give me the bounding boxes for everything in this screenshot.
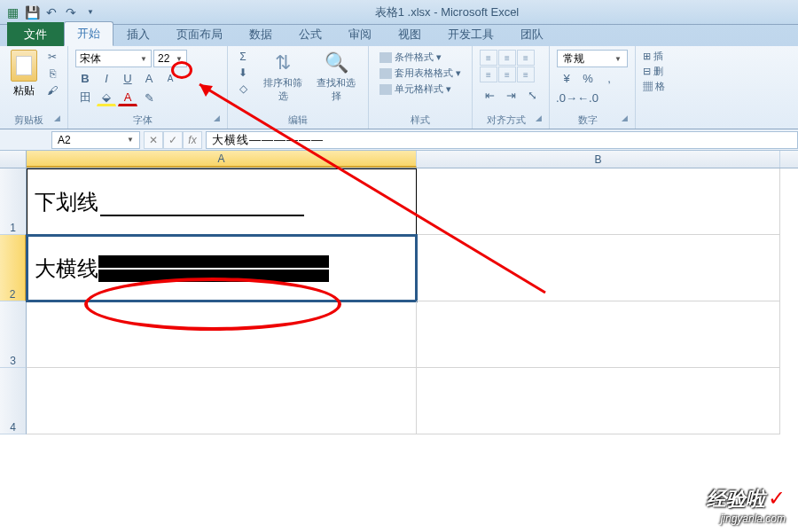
cell-styles-button[interactable]: 单元格样式 ▾ xyxy=(376,82,465,97)
fx-icon[interactable]: fx xyxy=(183,131,202,149)
table-format-button[interactable]: 套用表格格式 ▾ xyxy=(376,66,465,81)
align-top-left[interactable]: ≡ xyxy=(480,50,497,66)
tab-developer[interactable]: 开发工具 xyxy=(434,22,507,46)
percent-button[interactable]: % xyxy=(578,69,598,87)
conditional-format-button[interactable]: 条件格式 ▾ xyxy=(376,50,465,65)
autosum-icon[interactable]: Σ xyxy=(235,50,251,64)
qat-dropdown-icon[interactable]: ▼ xyxy=(82,4,99,21)
bold-button[interactable]: B xyxy=(75,69,95,87)
clear-icon[interactable]: ◇ xyxy=(235,82,251,96)
alignment-launcher-icon[interactable]: ◢ xyxy=(536,113,542,122)
alignment-label: 对齐方式 xyxy=(487,114,526,125)
format-painter-icon[interactable]: 🖌 xyxy=(44,83,60,98)
formula-input[interactable]: 大横线—————— xyxy=(206,131,798,149)
cut-icon[interactable]: ✂ xyxy=(44,50,60,64)
align-bottom-left[interactable]: ≡ xyxy=(480,66,497,82)
cell-A2[interactable]: 大横线 xyxy=(27,235,417,301)
group-number: 常规 ▼ ¥ % , .0→ ←.0 数字◢ xyxy=(550,46,636,129)
fill-icon[interactable]: ⬇ xyxy=(235,66,251,80)
font-launcher-icon[interactable]: ◢ xyxy=(214,113,220,122)
align-top-right[interactable]: ≡ xyxy=(517,50,535,66)
cell-B3[interactable] xyxy=(417,301,780,368)
format-cells-button[interactable]: ▦ 格 xyxy=(643,80,665,93)
cell-A2-text: 大横线 xyxy=(35,254,98,283)
name-box-value: A2 xyxy=(58,134,71,146)
copy-icon[interactable]: ⎘ xyxy=(44,66,60,81)
find-icon: 🔍 xyxy=(325,51,348,74)
cancel-formula-icon[interactable]: ✕ xyxy=(144,131,163,149)
row-header-2[interactable]: 2 xyxy=(0,235,27,301)
phonetic-button[interactable]: ✎ xyxy=(139,89,159,106)
indent-decrease[interactable]: ⇤ xyxy=(480,86,499,104)
row-header-3[interactable]: 3 xyxy=(0,301,27,368)
paste-button[interactable]: 粘贴 xyxy=(7,50,41,98)
align-top-center[interactable]: ≡ xyxy=(498,50,516,66)
cell-A1[interactable]: 下划线 xyxy=(27,168,417,235)
tab-team[interactable]: 团队 xyxy=(507,22,557,46)
check-icon: ✓ xyxy=(768,486,786,510)
align-bottom-center[interactable]: ≡ xyxy=(498,66,516,82)
tab-insert[interactable]: 插入 xyxy=(113,22,163,46)
cell-B4[interactable] xyxy=(417,368,780,434)
indent-increase[interactable]: ⇥ xyxy=(501,86,520,104)
border-button[interactable]: 田 xyxy=(75,89,95,106)
clipboard-launcher-icon[interactable]: ◢ xyxy=(54,113,60,122)
font-color-button[interactable]: A xyxy=(118,89,137,106)
cell-B1[interactable] xyxy=(417,168,780,235)
font-grow-icon[interactable]: A xyxy=(139,69,159,87)
font-size-value: 22 xyxy=(158,52,169,65)
increase-decimal[interactable]: .0→ xyxy=(557,89,576,106)
tab-formulas[interactable]: 公式 xyxy=(286,22,335,46)
align-bottom-right[interactable]: ≡ xyxy=(517,66,535,82)
enter-formula-icon[interactable]: ✓ xyxy=(163,131,183,149)
quick-access-toolbar: ▦ 💾 ↶ ↷ ▼ xyxy=(4,4,99,21)
fill-color-button[interactable]: ⬙ xyxy=(97,89,116,106)
tab-data[interactable]: 数据 xyxy=(236,22,286,46)
underline-line xyxy=(100,193,304,216)
cell-A1-text: 下划线 xyxy=(35,188,98,216)
undo-icon[interactable]: ↶ xyxy=(43,4,60,21)
font-size-select[interactable]: 22 ▼ xyxy=(153,50,187,67)
tab-home[interactable]: 开始 xyxy=(64,21,113,46)
tab-file[interactable]: 文件 xyxy=(7,22,64,46)
font-name-select[interactable]: 宋体 ▼ xyxy=(75,50,152,67)
sort-icon: ⇅ xyxy=(275,51,291,74)
tab-review[interactable]: 审阅 xyxy=(335,22,385,46)
col-header-A[interactable]: A xyxy=(27,151,417,168)
cell-B2[interactable] xyxy=(417,235,780,301)
number-launcher-icon[interactable]: ◢ xyxy=(622,113,628,122)
insert-cells-button[interactable]: ⊞ 插 xyxy=(643,50,663,63)
clipboard-label: 剪贴板 xyxy=(14,114,43,125)
font-name-value: 宋体 xyxy=(80,51,101,66)
formula-value: 大横线—————— xyxy=(212,132,324,148)
comma-button[interactable]: , xyxy=(599,69,619,87)
underline-button[interactable]: U xyxy=(118,69,137,87)
chevron-down-icon: ▼ xyxy=(140,55,147,63)
excel-icon[interactable]: ▦ xyxy=(4,4,21,21)
tab-page-layout[interactable]: 页面布局 xyxy=(163,22,236,46)
black-bar xyxy=(98,255,329,268)
save-icon[interactable]: 💾 xyxy=(23,4,41,21)
find-select-button[interactable]: 🔍 查找和选择 xyxy=(311,50,361,105)
chevron-down-icon: ▼ xyxy=(127,136,134,144)
orientation-button[interactable]: ⤡ xyxy=(522,86,542,104)
redo-icon[interactable]: ↷ xyxy=(62,4,80,21)
group-editing: Σ ⬇ ◇ ⇅ 排序和筛选 🔍 查找和选择 编辑 xyxy=(228,46,369,129)
row-header-1[interactable]: 1 xyxy=(0,168,27,235)
group-clipboard: 粘贴 ✂ ⎘ 🖌 剪贴板◢ xyxy=(0,46,68,129)
delete-cells-button[interactable]: ⊟ 删 xyxy=(643,65,663,78)
col-header-B[interactable]: B xyxy=(417,151,780,168)
italic-button[interactable]: I xyxy=(97,69,116,87)
currency-button[interactable]: ¥ xyxy=(557,69,576,87)
font-shrink-icon[interactable]: A xyxy=(160,69,180,87)
sort-filter-button[interactable]: ⇅ 排序和筛选 xyxy=(258,50,308,105)
cell-A4[interactable] xyxy=(27,368,417,434)
name-box[interactable]: A2 ▼ xyxy=(51,131,140,149)
select-all-corner[interactable] xyxy=(0,151,27,168)
decrease-decimal[interactable]: ←.0 xyxy=(578,89,598,106)
row-header-4[interactable]: 4 xyxy=(0,368,27,434)
cell-A3[interactable] xyxy=(27,301,417,368)
number-format-select[interactable]: 常规 ▼ xyxy=(557,50,628,67)
group-font: 宋体 ▼ 22 ▼ B I U A A 田 ⬙ A ✎ xyxy=(68,46,228,129)
tab-view[interactable]: 视图 xyxy=(385,22,434,46)
